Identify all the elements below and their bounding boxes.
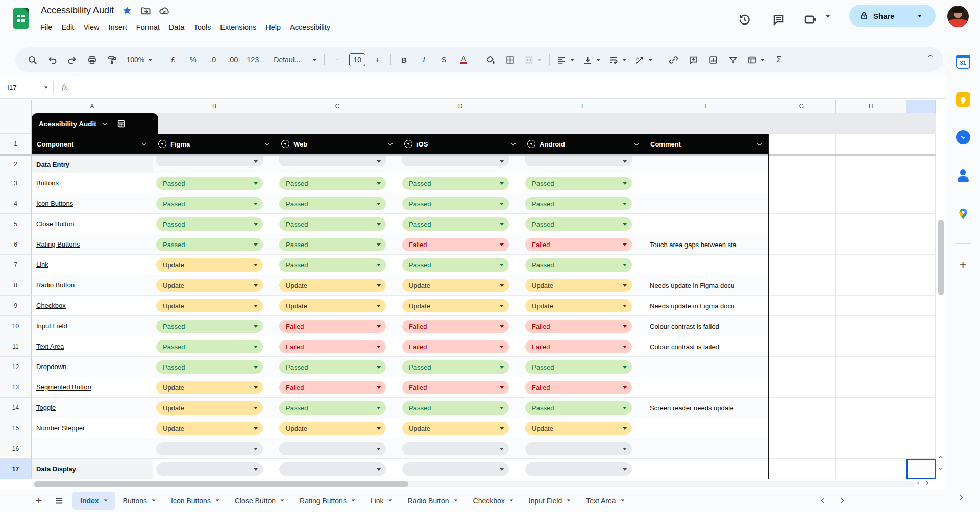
status-chip-dropdown-icon[interactable] <box>623 182 627 185</box>
menu-extensions[interactable]: Extensions <box>215 20 261 34</box>
redo-icon[interactable] <box>64 51 81 68</box>
comment-cell[interactable] <box>645 173 768 193</box>
status-chip-empty[interactable] <box>156 462 263 476</box>
status-chip-dropdown-icon[interactable] <box>377 243 381 246</box>
status-cell[interactable]: Passed <box>153 193 276 213</box>
row-header[interactable]: 11 <box>0 336 32 357</box>
status-chip-dropdown-icon[interactable] <box>377 264 381 266</box>
maps-icon[interactable] <box>956 207 970 221</box>
status-chip-passed[interactable]: Passed <box>525 258 632 272</box>
empty-cell[interactable] <box>906 296 936 315</box>
text-color-button[interactable]: A <box>455 51 472 68</box>
status-chip-dropdown-icon[interactable] <box>500 468 504 471</box>
status-cell[interactable]: Failed <box>522 377 645 397</box>
row-header[interactable]: 9 <box>0 296 32 316</box>
contacts-icon[interactable] <box>956 168 970 183</box>
component-link[interactable]: Close Button <box>36 220 74 228</box>
row-header[interactable]: 15 <box>0 418 32 438</box>
status-chip-dropdown-icon[interactable] <box>377 366 381 369</box>
header-component-dropdown-icon[interactable] <box>142 141 146 145</box>
status-chip-failed[interactable]: Failed <box>279 340 386 353</box>
status-chip-passed[interactable]: Passed <box>525 401 632 415</box>
component-cell[interactable]: Toggle <box>32 398 153 418</box>
status-cell[interactable]: Passed <box>153 214 276 234</box>
status-cell[interactable]: Update <box>153 398 276 418</box>
empty-cell[interactable] <box>768 316 836 336</box>
empty-cell[interactable] <box>906 438 936 458</box>
component-cell[interactable]: Close Button <box>32 214 153 234</box>
status-chip-dropdown-icon[interactable] <box>377 448 381 450</box>
share-dropdown-icon[interactable] <box>904 15 936 17</box>
status-chip-update[interactable]: Update <box>279 299 386 312</box>
empty-cell[interactable] <box>836 193 906 213</box>
status-chip-failed[interactable]: Failed <box>402 238 509 251</box>
status-chip-empty[interactable] <box>525 462 632 476</box>
status-cell[interactable]: Failed <box>276 316 399 336</box>
status-chip-dropdown-icon[interactable] <box>377 203 381 205</box>
column-header-B[interactable]: B <box>153 100 276 113</box>
status-chip-dropdown-icon[interactable] <box>500 182 504 185</box>
sheets-logo[interactable] <box>13 8 29 29</box>
empty-cell[interactable] <box>906 316 936 336</box>
status-chip-dropdown-icon[interactable] <box>623 366 627 369</box>
component-cell[interactable]: Data Display <box>32 459 153 479</box>
status-chip-dropdown-icon[interactable] <box>254 305 258 307</box>
status-cell[interactable]: Passed <box>276 357 399 377</box>
decrease-font-size-button[interactable]: − <box>329 51 346 68</box>
component-cell[interactable]: Data Entry <box>32 156 153 173</box>
undo-icon[interactable] <box>44 51 61 68</box>
header-component[interactable]: Component <box>32 134 153 154</box>
row-header[interactable]: 12 <box>0 357 32 377</box>
status-cell[interactable]: Failed <box>399 234 522 254</box>
sheet-tab-text-area[interactable]: Text Area <box>578 492 632 510</box>
status-cell[interactable]: Passed <box>153 173 276 193</box>
status-chip-failed[interactable]: Failed <box>279 320 386 333</box>
status-chip-passed[interactable]: Passed <box>279 401 386 415</box>
status-chip-passed[interactable]: Passed <box>156 340 263 353</box>
sheet-tab-rating-buttons[interactable]: Rating Buttons <box>292 492 363 510</box>
status-chip-dropdown-icon[interactable] <box>254 346 258 348</box>
comment-cell[interactable] <box>645 459 768 479</box>
font-select[interactable]: Defaul... <box>271 51 320 68</box>
status-chip-dropdown-icon[interactable] <box>377 305 381 307</box>
status-cell[interactable]: Update <box>153 377 276 397</box>
status-chip-dropdown-icon[interactable] <box>377 160 381 163</box>
empty-cell[interactable] <box>768 296 836 315</box>
sheet-tab-dropdown-icon[interactable] <box>388 500 391 502</box>
column-header-G[interactable]: G <box>768 100 836 113</box>
comment-cell[interactable] <box>645 193 768 213</box>
comment-cell[interactable] <box>645 377 768 397</box>
document-title[interactable]: Accessibility Audit <box>41 5 114 16</box>
row-header[interactable]: 16 <box>0 438 32 459</box>
move-folder-icon[interactable] <box>140 6 151 16</box>
status-cell[interactable] <box>276 459 399 479</box>
status-chip-dropdown-icon[interactable] <box>500 427 504 430</box>
empty-cell[interactable] <box>768 418 836 438</box>
status-chip-dropdown-icon[interactable] <box>500 284 504 287</box>
component-link[interactable]: Segmented Button <box>36 383 91 391</box>
empty-cell[interactable] <box>906 193 936 213</box>
status-chip-dropdown-icon[interactable] <box>254 325 258 328</box>
status-chip-empty[interactable] <box>525 442 632 455</box>
scroll-down-icon[interactable] <box>939 466 942 470</box>
status-chip-empty[interactable] <box>156 442 263 455</box>
format-percent-button[interactable]: % <box>184 51 202 68</box>
status-cell[interactable] <box>399 156 522 173</box>
empty-cell[interactable] <box>906 134 936 154</box>
empty-cell[interactable] <box>768 156 836 173</box>
component-link[interactable]: Radio Button <box>36 281 75 289</box>
component-link[interactable]: Link <box>36 261 48 269</box>
sheet-tab-dropdown-icon[interactable] <box>510 500 513 502</box>
status-cell[interactable]: Update <box>153 418 276 438</box>
status-chip-dropdown-icon[interactable] <box>254 284 258 287</box>
status-chip-update[interactable]: Update <box>156 401 263 415</box>
status-chip-failed[interactable]: Failed <box>402 340 509 353</box>
component-cell[interactable]: Rating Buttons <box>32 234 153 254</box>
empty-cell[interactable] <box>906 234 936 254</box>
status-chip-failed[interactable]: Failed <box>402 320 509 333</box>
menu-view[interactable]: View <box>79 20 104 34</box>
status-chip-update[interactable]: Update <box>402 299 509 312</box>
empty-cell[interactable] <box>768 275 836 295</box>
status-chip-dropdown-icon[interactable] <box>623 243 627 246</box>
header-ios[interactable]: iOS <box>399 134 522 154</box>
